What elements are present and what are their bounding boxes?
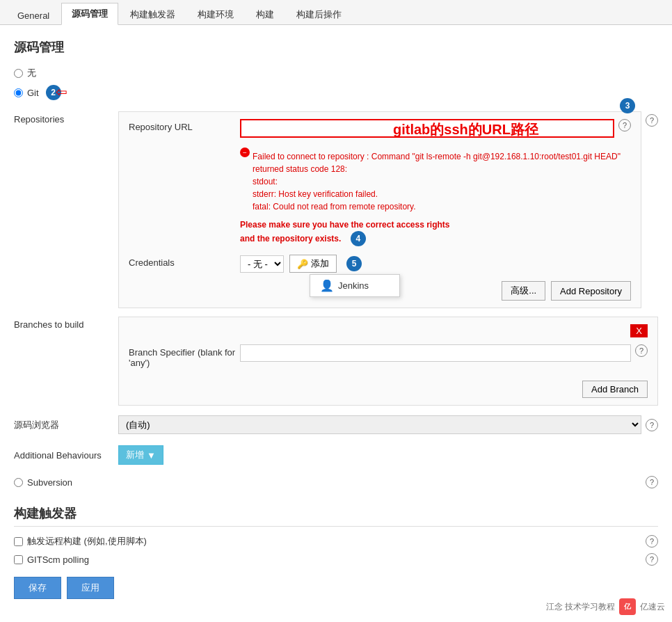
watermark-brand: 亿 <box>624 602 631 612</box>
credentials-label: Credentials <box>129 255 240 268</box>
gitscm-label[interactable]: GITScm polling <box>14 555 89 565</box>
branch-specifier-row: Branch Specifier (blank for 'any') */mas… <box>129 344 648 368</box>
gitscm-text: GITScm polling <box>27 555 89 565</box>
error-text: Failed to connect to repository : Comman… <box>253 150 631 213</box>
credentials-field: - 无 - 🔑 添加 5 👤 Jenkins <box>240 255 631 273</box>
repo-url-field: git@192.168.1.10:root/test01.git gitlab的… <box>240 119 614 138</box>
error-row: − Failed to connect to repository : Comm… <box>129 146 631 246</box>
error-dot: − <box>240 147 250 157</box>
watermark: 江念 技术学习教程 亿 亿速云 <box>546 598 665 615</box>
jenkins-label: Jenkins <box>338 280 369 291</box>
repositories-label: Repositories <box>14 111 118 125</box>
btn-new-label: 新增 <box>126 449 144 461</box>
source-browser-row: 源码浏览器 (自动) ? <box>14 415 658 434</box>
credentials-row: Credentials - 无 - 🔑 添加 5 <box>129 255 631 273</box>
dropdown-arrow-icon: ▼ <box>147 450 156 461</box>
tab-scm[interactable]: 源码管理 <box>61 3 118 25</box>
radio-git-label: Git <box>27 88 39 98</box>
source-browser-select[interactable]: (自动) <box>118 415 641 434</box>
apply-button[interactable]: 应用 <box>67 577 114 599</box>
tab-general[interactable]: General <box>7 6 60 25</box>
repo-url-label: Repository URL <box>129 119 240 132</box>
credentials-select[interactable]: - 无 - <box>240 255 284 273</box>
tab-build-env[interactable]: 构建环境 <box>187 3 244 25</box>
branch-specifier-field: */master <box>240 344 631 362</box>
branches-content: X Branch Specifier (blank for 'any') */m… <box>118 317 658 406</box>
watermark-brand-text: 亿速云 <box>640 601 665 613</box>
trigger-remote-checkbox[interactable] <box>14 537 23 546</box>
repositories-content: Repository URL git@192.168.1.10:root/tes… <box>118 111 641 308</box>
radio-subversion[interactable] <box>14 478 23 487</box>
jenkins-avatar-icon: 👤 <box>320 279 334 292</box>
help-icon-branch[interactable]: ? <box>635 344 648 357</box>
help-icon-repos[interactable]: ? <box>646 114 658 127</box>
trigger-remote-label[interactable]: 触发远程构建 (例如,使用脚本) <box>14 535 147 548</box>
error-spacer <box>129 146 240 149</box>
additional-behaviours-row: Additional Behaviours 新增 ▼ <box>14 445 658 465</box>
additional-behaviours-label: Additional Behaviours <box>14 450 118 461</box>
add-credentials-btn[interactable]: 🔑 添加 <box>289 255 337 273</box>
tab-build[interactable]: 构建 <box>246 3 285 25</box>
add-credentials-label: 添加 <box>311 257 329 270</box>
repo-url-row: Repository URL git@192.168.1.10:root/tes… <box>129 119 631 138</box>
branch-specifier-label: Branch Specifier (blank for 'any') <box>129 344 240 368</box>
scm-section-title: 源码管理 <box>14 39 658 56</box>
radio-group-scm: 无 Git 2 ⇦ <box>14 67 658 100</box>
error-detail: − Failed to connect to repository : Comm… <box>240 146 631 213</box>
scm-main-row: Repositories Repository URL git@192.168.… <box>14 111 658 308</box>
annotation-3: 3 <box>620 98 635 113</box>
radio-item-none: 无 <box>14 67 658 79</box>
remove-branch-btn[interactable]: X <box>630 324 648 337</box>
arrow-to-git: ⇦ <box>56 83 67 100</box>
help-icon-url[interactable]: ? <box>618 119 631 131</box>
add-repository-btn[interactable]: Add Repository <box>551 281 631 301</box>
branches-label: Branches to build <box>14 317 118 330</box>
new-behaviour-btn[interactable]: 新增 ▼ <box>118 445 163 465</box>
credentials-controls: - 无 - 🔑 添加 5 👤 Jenkins <box>240 255 631 273</box>
error-note: Please make sure you have the correct ac… <box>240 218 631 246</box>
tab-build-triggers[interactable]: 构建触发器 <box>120 3 186 25</box>
error-content: − Failed to connect to repository : Comm… <box>240 146 631 246</box>
tabs-bar: General 源码管理 构建触发器 构建环境 构建 构建后操作 <box>0 0 672 25</box>
key-icon: 🔑 <box>297 259 308 269</box>
radio-git[interactable] <box>14 88 23 97</box>
dropdown-jenkins[interactable]: 👤 Jenkins <box>310 275 399 296</box>
help-icon-gitscm[interactable]: ? <box>646 553 658 566</box>
radio-none[interactable] <box>14 69 23 78</box>
subversion-label: Subversion <box>27 477 72 488</box>
branches-row: Branches to build X Branch Specifier (bl… <box>14 317 658 406</box>
trigger-remote-row: 触发远程构建 (例如,使用脚本) ? <box>14 535 658 548</box>
radio-none-label: 无 <box>27 67 36 79</box>
source-browser-label: 源码浏览器 <box>14 419 118 431</box>
add-branch-btn[interactable]: Add Branch <box>582 381 648 398</box>
gitscm-checkbox[interactable] <box>14 555 23 564</box>
advanced-btn[interactable]: 高级... <box>502 281 545 301</box>
annotation-5: 5 <box>346 256 362 271</box>
tab-post-build[interactable]: 构建后操作 <box>286 3 352 25</box>
help-icon-subversion[interactable]: ? <box>646 476 658 488</box>
watermark-logo: 亿 <box>619 598 636 615</box>
gitscm-row: GITScm polling ? <box>14 553 658 566</box>
help-icon-trigger[interactable]: ? <box>646 535 658 548</box>
trigger-remote-text: 触发远程构建 (例如,使用脚本) <box>27 535 147 548</box>
annotation-4: 4 <box>351 231 366 246</box>
main-content: 源码管理 无 Git 2 ⇦ Repositories Repository U… <box>0 25 672 622</box>
trigger-section-title: 构建触发器 <box>14 505 658 527</box>
repo-url-input[interactable]: git@192.168.1.10:root/test01.git <box>240 119 614 138</box>
help-icon-browser[interactable]: ? <box>646 419 658 431</box>
bottom-buttons: 保存 应用 <box>14 577 658 599</box>
watermark-text: 江念 技术学习教程 <box>546 601 615 613</box>
save-button[interactable]: 保存 <box>14 577 61 599</box>
branch-specifier-input[interactable]: */master <box>240 344 631 362</box>
subversion-row: Subversion ? <box>14 476 658 488</box>
credentials-dropdown: 👤 Jenkins <box>310 274 400 297</box>
radio-item-git: Git 2 ⇦ <box>14 85 658 100</box>
